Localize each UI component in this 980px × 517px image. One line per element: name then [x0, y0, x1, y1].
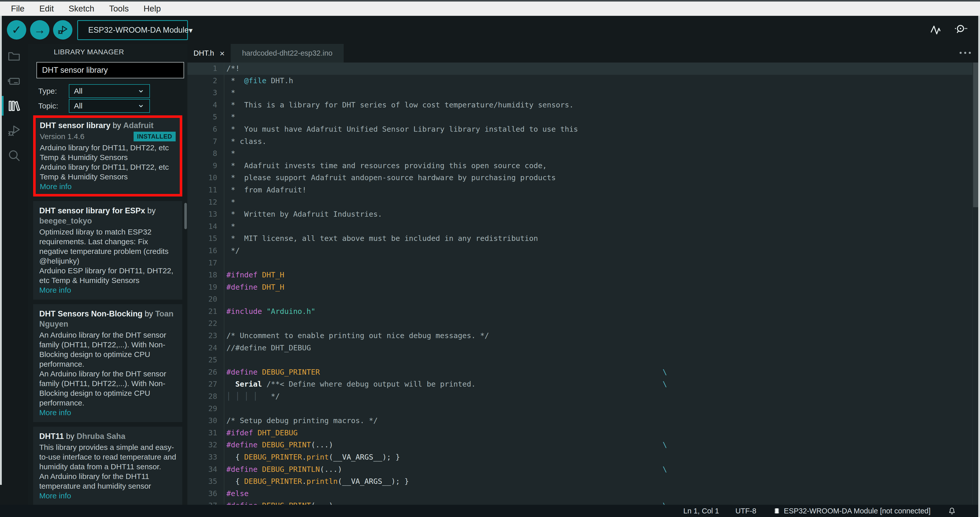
- menu-help[interactable]: Help: [136, 2, 168, 16]
- library-item-description: An Arduino library for the DHT sensor fa…: [39, 369, 176, 408]
- code-line: 17: [188, 257, 972, 269]
- serial-monitor-button[interactable]: [953, 22, 968, 37]
- debug-play-icon: [57, 24, 68, 36]
- line-number: 16: [188, 245, 224, 257]
- activity-library-manager[interactable]: [0, 93, 28, 118]
- menu-tools[interactable]: Tools: [102, 2, 136, 16]
- activity-sketchbook-folder[interactable]: [0, 44, 28, 69]
- line-number: 27: [188, 378, 224, 391]
- type-filter-select[interactable]: All ⌄: [69, 84, 150, 98]
- line-number: 15: [188, 233, 224, 245]
- code-line: 13 * Written by Adafruit Industries.: [188, 208, 972, 220]
- code-line: 31#ifdef DHT_DEBUG: [188, 427, 972, 439]
- tab-DHT.h[interactable]: DHT.h×: [188, 44, 231, 62]
- tab-hardcoded-dht22-esp32.ino[interactable]: hardcoded-dht22-esp32.ino: [231, 44, 344, 62]
- activity-bar: [0, 44, 28, 505]
- library-item-title: DHT sensor library for ESPx by beegee_to…: [39, 206, 176, 226]
- chip-icon: [773, 507, 781, 515]
- verify-button[interactable]: ✓: [7, 20, 26, 40]
- line-number: 21: [188, 305, 224, 318]
- chevron-down-icon: ▾: [189, 26, 193, 35]
- code-line: 5 *: [188, 111, 972, 123]
- code-line: 20: [188, 293, 972, 305]
- line-number: 22: [188, 318, 224, 330]
- line-number: 6: [188, 123, 224, 136]
- board-selector-dropdown[interactable]: ESP32-WROOM-DA Module ▾: [77, 20, 188, 40]
- code-line: 21#include "Arduino.h": [188, 305, 972, 318]
- tab-bar-tabs: DHT.h×hardcoded-dht22-esp32.ino: [188, 44, 344, 62]
- start-debug-button[interactable]: [53, 20, 72, 40]
- code-line: 28│ │ │ │ */: [188, 391, 972, 403]
- line-number: 37: [188, 499, 224, 505]
- line-number: 8: [188, 147, 224, 160]
- library-item[interactable]: DHT sensor library by AdafruitVersion 1.…: [33, 115, 182, 196]
- menu-edit[interactable]: Edit: [32, 2, 61, 16]
- more-info-link[interactable]: More info: [40, 182, 72, 191]
- code-line: 15 * MIT license, all text above must be…: [188, 233, 972, 245]
- topic-filter-select[interactable]: All ⌄: [69, 99, 150, 113]
- library-item-version: Version 1.4.6: [40, 132, 84, 141]
- activity-boards-manager[interactable]: [0, 69, 28, 93]
- more-info-link[interactable]: More info: [39, 408, 71, 418]
- line-number: 10: [188, 172, 224, 184]
- line-number: 18: [188, 269, 224, 281]
- editor-scrollbar-thumb[interactable]: [973, 62, 978, 207]
- line-number: 35: [188, 476, 224, 488]
- menu-file[interactable]: File: [3, 2, 32, 16]
- serial-plotter-button[interactable]: [929, 22, 944, 37]
- code-line: 7 * class.: [188, 136, 972, 148]
- code-line: 22: [188, 318, 972, 330]
- code-line: 24//#define DHT_DEBUG: [188, 342, 972, 354]
- board-selector-value: ESP32-WROOM-DA Module: [88, 26, 189, 35]
- line-number: 5: [188, 111, 224, 123]
- panel-title: LIBRARY MANAGER: [54, 48, 124, 56]
- library-item-description: Arduino library for DHT11, DHT22, etc Te…: [40, 162, 176, 182]
- chevron-down-icon: ⌄: [137, 99, 145, 110]
- code-line: 4 * This is a library for DHT series of …: [188, 99, 972, 111]
- line-number: 32: [188, 439, 224, 451]
- code-line: 33 { DEBUG_PRINTER.print(__VA_ARGS__); }: [188, 451, 972, 463]
- activity-search[interactable]: [0, 143, 28, 168]
- code-editor[interactable]: 1/*!2 * @file DHT.h3 *4 * This is a libr…: [188, 62, 980, 505]
- library-search-input[interactable]: [37, 62, 184, 78]
- library-item[interactable]: DHT Sensors Non-Blocking by Toan NguyenA…: [33, 304, 182, 422]
- code-line: 8 *: [188, 147, 972, 160]
- library-list: DHT sensor library by AdafruitVersion 1.…: [33, 115, 182, 505]
- more-info-link[interactable]: More info: [39, 285, 71, 295]
- menu-sketch[interactable]: Sketch: [61, 2, 102, 16]
- code-line: 29: [188, 403, 972, 415]
- activity-debug[interactable]: [0, 118, 28, 143]
- topic-filter-label: Topic:: [38, 102, 69, 110]
- window-left-edge: [0, 16, 2, 485]
- library-item-description: An Arduino library for the DHT sensor fa…: [39, 330, 176, 369]
- board-status[interactable]: ESP32-WROOM-DA Module [not connected]: [773, 507, 931, 515]
- status-bar: Ln 1, Col 1 UTF-8 ESP32-WROOM-DA Module …: [0, 505, 980, 517]
- code-line: 32#define DEBUG_PRINT(...) \: [188, 439, 972, 451]
- code-line: 37#define DEBUG_PRINT(...) \: [188, 499, 972, 505]
- close-icon[interactable]: ×: [220, 49, 225, 57]
- library-item-description: Arduino library for DHT11, DHT22, etc Te…: [40, 143, 176, 162]
- main-area: LIBRARY MANAGER Type: All ⌄ Topic: All ⌄…: [0, 44, 980, 505]
- code-line: 25: [188, 354, 972, 366]
- library-item-description: An Arduino library for the DHT11 tempera…: [39, 472, 176, 491]
- editor-scrollbar[interactable]: [972, 62, 978, 505]
- code-line: 27 Serial /**< Define where debug output…: [188, 378, 972, 391]
- magnifier-dots-icon: [953, 22, 968, 37]
- library-item[interactable]: DHT11 by Dhruba SahaThis library provide…: [33, 427, 182, 505]
- line-number: 29: [188, 403, 224, 415]
- search-icon: [6, 148, 21, 163]
- line-number: 20: [188, 293, 224, 305]
- code-line: 23/* Uncomment to enable printing out ni…: [188, 330, 972, 342]
- more-info-link[interactable]: More info: [39, 491, 71, 501]
- library-item-description: This library provides a simple and easy-…: [39, 442, 176, 472]
- encoding-label: UTF-8: [735, 507, 756, 515]
- line-number: 17: [188, 257, 224, 269]
- tab-overflow-menu[interactable]: [959, 52, 971, 54]
- line-number: 30: [188, 415, 224, 427]
- library-item-title: DHT11 by Dhruba Saha: [39, 431, 176, 442]
- panel-scrollbar[interactable]: [185, 203, 187, 229]
- upload-button[interactable]: →: [30, 20, 49, 40]
- library-item[interactable]: DHT sensor library for ESPx by beegee_to…: [33, 201, 182, 300]
- notification-bell-icon[interactable]: [947, 506, 956, 515]
- library-manager-panel: LIBRARY MANAGER Type: All ⌄ Topic: All ⌄…: [28, 44, 188, 505]
